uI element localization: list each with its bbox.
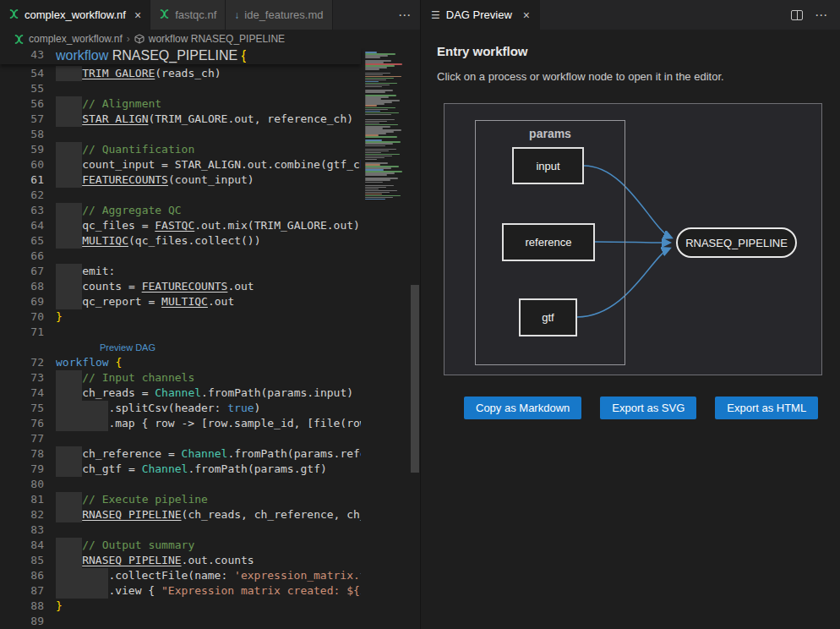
line-number: 61 bbox=[0, 172, 44, 188]
nextflow-icon bbox=[8, 8, 19, 21]
minimap-line bbox=[365, 152, 381, 154]
code-line[interactable]: 74ch_reads = Channel.fromPath(params.inp… bbox=[0, 386, 361, 401]
export-buttons: Copy as MarkdownExport as SVGExport as H… bbox=[464, 397, 824, 419]
code-line[interactable]: 56// Alignment bbox=[0, 96, 361, 112]
copy-as-markdown-button[interactable]: Copy as Markdown bbox=[464, 397, 581, 419]
code-token: .fromPath(params.input) bbox=[201, 386, 353, 401]
code-line[interactable]: 79ch_gtf = Channel.fromPath(params.gtf) bbox=[0, 462, 361, 477]
code-line[interactable]: 57STAR_ALIGN(TRIM_GALORE.out, reference_… bbox=[0, 112, 361, 127]
code-line[interactable]: 59// Quantification bbox=[0, 142, 361, 157]
minimap-line bbox=[365, 179, 390, 181]
node-reference[interactable]: reference bbox=[502, 223, 595, 261]
code-token: TRIM_GALORE bbox=[82, 66, 155, 81]
code-line[interactable]: 58 bbox=[0, 127, 361, 142]
code-line[interactable]: 81// Execute pipeline bbox=[0, 492, 361, 507]
breadcrumb: complex_workflow.nf › workflow RNASEQ_PI… bbox=[0, 30, 420, 48]
indent-highlight bbox=[56, 142, 82, 157]
code-line[interactable]: 89 bbox=[0, 614, 361, 629]
split-editor-icon[interactable] bbox=[791, 10, 803, 20]
code-token: ch_gtf = bbox=[82, 462, 141, 477]
breadcrumb-file[interactable]: complex_workflow.nf bbox=[29, 33, 123, 45]
code-line[interactable]: 63// Aggregate QC bbox=[0, 203, 361, 218]
indent-highlight bbox=[56, 370, 82, 386]
minimap-line bbox=[365, 111, 380, 112]
code-line[interactable]: 71 bbox=[0, 325, 361, 340]
code-text: } bbox=[56, 599, 63, 614]
indent-highlight bbox=[56, 218, 82, 233]
panel-more-actions-button[interactable]: ⋯ bbox=[815, 8, 828, 23]
code-token: FASTQC bbox=[155, 218, 194, 233]
indent-highlight bbox=[56, 492, 82, 507]
node-rnaseq-pipeline[interactable]: RNASEQ_PIPELINE bbox=[676, 227, 797, 258]
indent-highlight bbox=[56, 233, 82, 249]
scrollbar-thumb[interactable] bbox=[411, 285, 419, 473]
code-line[interactable]: 55 bbox=[0, 81, 361, 96]
sticky-scroll-line[interactable]: 43 workflow RNASEQ_PIPELINE { bbox=[0, 48, 361, 64]
node-input[interactable]: input bbox=[512, 147, 584, 184]
code-line[interactable]: 82RNASEQ_PIPELINE(ch_reads, ch_reference… bbox=[0, 507, 361, 522]
code-line[interactable]: 73// Input channels bbox=[0, 370, 361, 386]
code-text: // Aggregate QC bbox=[56, 203, 182, 218]
codelens-link[interactable]: Preview DAG bbox=[100, 340, 155, 355]
code-token: .map { row -> [row.sample_id, [file(row.… bbox=[108, 416, 361, 431]
code-token: .out.counts bbox=[182, 553, 254, 568]
indent-highlight bbox=[56, 553, 82, 568]
editor-tab-fastqc-nf[interactable]: fastqc.nf bbox=[150, 0, 226, 30]
code-line[interactable]: 85RNASEQ_PIPELINE.out.counts bbox=[0, 553, 361, 568]
code-line[interactable]: 88} bbox=[0, 599, 361, 614]
code-line[interactable]: 76.map { row -> [row.sample_id, [file(ro… bbox=[0, 416, 361, 431]
code-text: .view { "Expression matrix created: ${it… bbox=[56, 583, 361, 599]
code-line[interactable]: 75.splitCsv(header: true) bbox=[0, 401, 361, 416]
code-token: MULTIQC bbox=[161, 294, 208, 309]
node-gtf[interactable]: gtf bbox=[519, 298, 577, 336]
tab-dag-preview[interactable]: ☰ DAG Preview × bbox=[421, 0, 540, 30]
code-line[interactable]: 62 bbox=[0, 188, 361, 203]
code-line[interactable]: 70} bbox=[0, 309, 361, 325]
code-token: RNASEQ_PIPELINE bbox=[82, 507, 181, 522]
minimap-line bbox=[365, 199, 385, 200]
code-line[interactable]: 69qc_report = MULTIQC.out bbox=[0, 294, 361, 309]
code-text: // Input channels bbox=[56, 370, 194, 386]
code-line[interactable]: 68counts = FEATURECOUNTS.out bbox=[0, 279, 361, 294]
line-number: 80 bbox=[0, 477, 44, 492]
code-text: TRIM_GALORE(reads_ch) bbox=[56, 66, 221, 81]
line-number: 57 bbox=[0, 112, 44, 127]
code-token: } bbox=[56, 309, 63, 325]
code-line[interactable]: 61FEATURECOUNTS(count_input) bbox=[0, 172, 361, 188]
close-icon[interactable]: × bbox=[134, 8, 141, 22]
breadcrumb-symbol[interactable]: workflow RNASEQ_PIPELINE bbox=[149, 33, 285, 45]
code-token: qc_report = bbox=[82, 294, 161, 309]
editor-tab-complex-workflow-nf[interactable]: complex_workflow.nf× bbox=[0, 0, 150, 30]
editor-more-actions-button[interactable]: ⋯ bbox=[390, 0, 420, 30]
code-line[interactable]: 78ch_reference = Channel.fromPath(params… bbox=[0, 446, 361, 462]
code-line[interactable]: 77 bbox=[0, 431, 361, 446]
code-token: "Expression matrix created: ${it}" bbox=[161, 583, 361, 599]
code-line[interactable]: 72workflow { bbox=[0, 355, 361, 370]
code-line[interactable]: 83 bbox=[0, 522, 361, 538]
code-line[interactable]: 65MULTIQC(qc_files.collect()) bbox=[0, 233, 361, 249]
editor-tab-ide-features-md[interactable]: ↓ide_features.md bbox=[226, 0, 332, 30]
code-line[interactable]: 60count_input = STAR_ALIGN.out.combine(g… bbox=[0, 157, 361, 172]
indent-highlight bbox=[56, 112, 82, 127]
line-number: 76 bbox=[0, 416, 44, 431]
close-icon[interactable]: × bbox=[523, 8, 530, 22]
editor-scrollbar[interactable] bbox=[410, 48, 420, 629]
export-as-svg-button[interactable]: Export as SVG bbox=[600, 397, 696, 419]
line-number: 63 bbox=[0, 203, 44, 218]
code-line[interactable]: 67emit: bbox=[0, 264, 361, 279]
code-line[interactable]: 66 bbox=[0, 249, 361, 264]
code-token: .splitCsv(header: bbox=[108, 401, 227, 416]
code-token: Channel bbox=[155, 386, 201, 401]
line-number: 62 bbox=[0, 188, 44, 203]
code-line[interactable]: 84// Output summary bbox=[0, 538, 361, 553]
minimap-line bbox=[365, 187, 386, 189]
code-line[interactable]: 54TRIM_GALORE(reads_ch) bbox=[0, 66, 361, 81]
code-line[interactable]: 86.collectFile(name: 'expression_matrix.… bbox=[0, 568, 361, 583]
code-line[interactable]: 87.view { "Expression matrix created: ${… bbox=[0, 583, 361, 599]
code-line[interactable]: 64qc_files = FASTQC.out.mix(TRIM_GALORE.… bbox=[0, 218, 361, 233]
code-editor[interactable]: 43 workflow RNASEQ_PIPELINE { 54TRIM_GAL… bbox=[0, 48, 420, 629]
code-line[interactable]: 80 bbox=[0, 477, 361, 492]
code-text: RNASEQ_PIPELINE(ch_reads, ch_reference, … bbox=[56, 507, 361, 522]
minimap[interactable] bbox=[361, 48, 410, 629]
export-as-html-button[interactable]: Export as HTML bbox=[715, 397, 818, 419]
